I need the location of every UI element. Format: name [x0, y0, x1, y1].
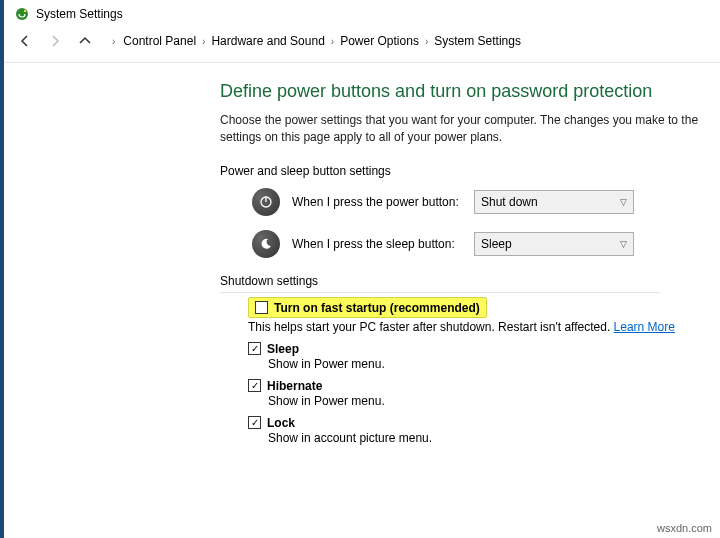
window-title: System Settings: [36, 7, 123, 21]
sleep-option-label: Sleep: [267, 342, 299, 356]
power-button-row: When I press the power button: Shut down…: [252, 188, 720, 216]
main-content: Define power buttons and turn on passwor…: [0, 63, 720, 445]
back-button[interactable]: [14, 30, 36, 52]
svg-point-1: [24, 10, 26, 12]
hibernate-option: Hibernate: [248, 379, 720, 393]
learn-more-link[interactable]: Learn More: [614, 320, 675, 334]
chevron-right-icon: ›: [112, 36, 115, 47]
chevron-right-icon: ›: [202, 36, 205, 47]
fast-startup-highlight: Turn on fast startup (recommended): [248, 297, 487, 318]
titlebar: System Settings: [0, 0, 720, 26]
up-button[interactable]: [74, 30, 96, 52]
power-options-icon: [14, 6, 30, 22]
chevron-down-icon: ▽: [620, 197, 627, 207]
power-sleep-section-label: Power and sleep button settings: [220, 164, 720, 178]
dropdown-value: Shut down: [481, 195, 538, 209]
shutdown-settings-label: Shutdown settings: [220, 274, 660, 293]
fast-startup-checkbox[interactable]: [255, 301, 268, 314]
sleep-button-dropdown[interactable]: Sleep ▽: [474, 232, 634, 256]
hibernate-option-desc: Show in Power menu.: [268, 394, 720, 408]
page-title: Define power buttons and turn on passwor…: [220, 81, 720, 102]
watermark: wsxdn.com: [657, 522, 712, 534]
lock-checkbox[interactable]: [248, 416, 261, 429]
sleep-option: Sleep: [248, 342, 720, 356]
page-description: Choose the power settings that you want …: [220, 112, 720, 146]
sleep-button-row: When I press the sleep button: Sleep ▽: [252, 230, 720, 258]
fast-startup-description: This helps start your PC faster after sh…: [248, 320, 720, 334]
power-icon: [252, 188, 280, 216]
sleep-icon: [252, 230, 280, 258]
sleep-option-desc: Show in Power menu.: [268, 357, 720, 371]
dropdown-value: Sleep: [481, 237, 512, 251]
power-button-label: When I press the power button:: [292, 195, 462, 209]
lock-option: Lock: [248, 416, 720, 430]
left-accent-stripe: [0, 0, 4, 538]
sleep-button-label: When I press the sleep button:: [292, 237, 462, 251]
chevron-right-icon: ›: [331, 36, 334, 47]
navigation-bar: › Control Panel › Hardware and Sound › P…: [0, 26, 720, 63]
breadcrumb-item[interactable]: Hardware and Sound: [211, 34, 324, 48]
lock-option-desc: Show in account picture menu.: [268, 431, 720, 445]
forward-button[interactable]: [44, 30, 66, 52]
chevron-right-icon: ›: [425, 36, 428, 47]
breadcrumb-item[interactable]: System Settings: [434, 34, 521, 48]
hibernate-checkbox[interactable]: [248, 379, 261, 392]
svg-point-0: [16, 8, 28, 20]
breadcrumb-item[interactable]: Power Options: [340, 34, 419, 48]
power-button-dropdown[interactable]: Shut down ▽: [474, 190, 634, 214]
chevron-down-icon: ▽: [620, 239, 627, 249]
breadcrumb-item[interactable]: Control Panel: [123, 34, 196, 48]
fast-startup-label: Turn on fast startup (recommended): [274, 301, 480, 315]
breadcrumb: Control Panel › Hardware and Sound › Pow…: [123, 34, 521, 48]
lock-option-label: Lock: [267, 416, 295, 430]
sleep-checkbox[interactable]: [248, 342, 261, 355]
hibernate-option-label: Hibernate: [267, 379, 322, 393]
